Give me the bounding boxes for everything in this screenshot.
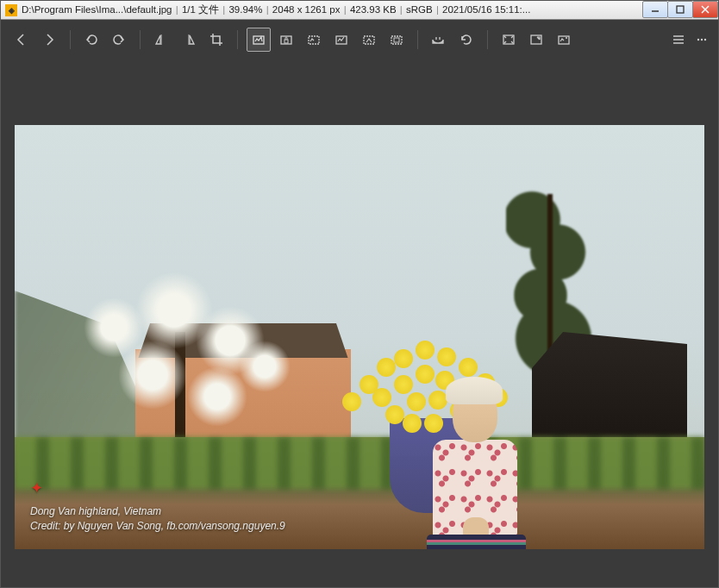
redo-button[interactable]: [107, 28, 131, 52]
displayed-image: ✦ Dong Van highland, Vietnam Credit: by …: [15, 125, 704, 549]
more-button[interactable]: [694, 28, 710, 52]
prev-image-button[interactable]: [9, 28, 34, 52]
title-text: D:\Program Files\Ima...\default.jpg | 1/…: [22, 3, 643, 16]
toolbar-separator: [417, 30, 418, 49]
title-separator: |: [266, 4, 272, 15]
file-path: D:\Program Files\Ima...\default.jpg: [22, 4, 172, 15]
window-controls: [643, 1, 718, 19]
title-separator: |: [400, 4, 405, 15]
image-caption: Dong Van highland, Vietnam Credit: by Ng…: [30, 504, 285, 534]
undo-button[interactable]: [79, 28, 103, 52]
svg-point-22: [701, 39, 703, 41]
open-button[interactable]: [427, 28, 451, 52]
slideshow-button[interactable]: [552, 28, 576, 52]
lock-zoom-button[interactable]: [274, 28, 298, 52]
toolbar-separator: [140, 30, 141, 49]
next-image-button[interactable]: [37, 28, 61, 52]
svg-point-21: [697, 39, 699, 41]
toolbar-separator: [487, 30, 488, 49]
caption-location: Dong Van highland, Vietnam: [30, 504, 285, 519]
svg-point-23: [704, 39, 706, 41]
toolbar-separator: [237, 30, 238, 49]
title-separator: |: [344, 4, 349, 15]
svg-rect-12: [391, 36, 402, 44]
watermark-stamp: ✦: [30, 479, 43, 497]
minimize-button[interactable]: [642, 1, 668, 18]
svg-rect-1: [677, 6, 684, 13]
image-dimensions: 2048 x 1261 px: [272, 4, 341, 15]
file-datetime: 2021/05/16 15:11:...: [442, 4, 530, 15]
auto-zoom-button[interactable]: [247, 28, 271, 52]
file-index: 1/1 文件: [182, 4, 219, 15]
svg-rect-13: [394, 38, 399, 42]
caption-credit: Credit: by Nguyen Van Song, fb.com/vanso…: [30, 519, 285, 534]
image-viewport[interactable]: ✦ Dong Van highland, Vietnam Credit: by …: [1, 59, 718, 588]
flip-vertical-button[interactable]: [177, 28, 201, 52]
window-fit-button[interactable]: [497, 28, 521, 52]
toolbar-separator: [70, 30, 71, 49]
svg-rect-11: [364, 36, 374, 44]
flip-horizontal-button[interactable]: [149, 28, 173, 52]
app-icon: ◈: [5, 4, 17, 16]
actual-size-button[interactable]: [329, 28, 353, 52]
title-separator: |: [176, 4, 181, 15]
window-titlebar: ◈ D:\Program Files\Ima...\default.jpg | …: [1, 1, 718, 20]
toolbar: [1, 20, 718, 59]
crop-button[interactable]: [204, 28, 228, 52]
fullscreen-button[interactable]: [524, 28, 548, 52]
maximize-button[interactable]: [667, 1, 693, 18]
scale-fit-button[interactable]: [302, 28, 326, 52]
fit-height-button[interactable]: [385, 28, 409, 52]
title-separator: |: [436, 4, 441, 15]
svg-point-17: [566, 37, 567, 39]
zoom-level: 39.94%: [228, 4, 262, 15]
svg-rect-8: [284, 40, 288, 43]
fit-width-button[interactable]: [357, 28, 381, 52]
close-button[interactable]: [692, 1, 718, 18]
menu-button[interactable]: [666, 28, 691, 52]
refresh-button[interactable]: [454, 28, 478, 52]
file-size: 423.93 KB: [350, 4, 397, 15]
color-space: sRGB: [406, 4, 433, 15]
title-separator: |: [222, 4, 228, 15]
